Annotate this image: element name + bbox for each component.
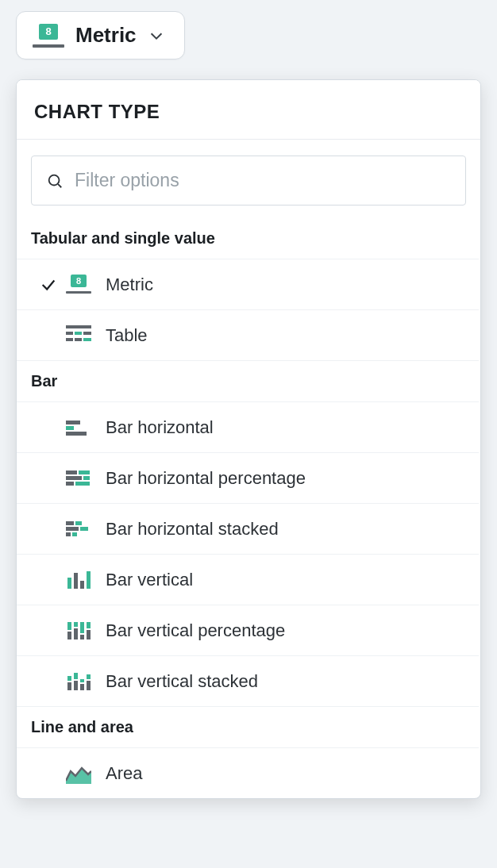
svg-rect-40 [80, 679, 84, 682]
bar-vertical-icon [66, 570, 106, 590]
option-area[interactable]: Area [17, 747, 479, 798]
bar-horizontal-percentage-icon [66, 468, 106, 489]
group-header-line-area: Line and area [17, 706, 479, 747]
svg-rect-39 [74, 681, 78, 690]
svg-rect-30 [74, 622, 78, 627]
option-label: Bar vertical stacked [106, 671, 258, 692]
svg-rect-21 [80, 527, 88, 531]
svg-rect-37 [67, 682, 71, 690]
svg-rect-17 [75, 482, 90, 486]
svg-rect-32 [80, 622, 84, 633]
option-label: Table [106, 325, 148, 346]
option-label: Area [106, 763, 142, 784]
svg-rect-33 [80, 635, 84, 639]
svg-rect-15 [83, 476, 90, 480]
metric-icon: 8 [66, 275, 106, 295]
svg-rect-13 [79, 470, 90, 474]
svg-rect-27 [87, 571, 91, 589]
filter-options-field[interactable] [31, 156, 466, 205]
option-bar-horizontal-stacked[interactable]: Bar horizontal stacked [17, 503, 479, 554]
svg-rect-43 [87, 681, 91, 690]
svg-rect-4 [75, 332, 82, 335]
svg-rect-22 [66, 532, 71, 536]
option-table[interactable]: Table [17, 309, 479, 360]
table-icon [66, 325, 106, 346]
bar-vertical-percentage-icon [66, 620, 106, 641]
bar-horizontal-icon [66, 417, 106, 438]
option-label: Bar horizontal stacked [106, 519, 279, 540]
svg-rect-41 [80, 684, 84, 690]
svg-rect-16 [66, 482, 74, 486]
group-header-bar: Bar [17, 360, 479, 401]
svg-rect-11 [66, 432, 87, 436]
filter-options-input[interactable] [73, 169, 451, 192]
svg-rect-36 [67, 676, 71, 681]
svg-line-1 [58, 184, 61, 187]
svg-rect-28 [67, 622, 71, 630]
svg-rect-29 [67, 632, 71, 639]
search-icon [46, 172, 64, 190]
check-icon [40, 276, 57, 294]
option-bar-vertical-percentage[interactable]: Bar vertical percentage [17, 605, 479, 655]
svg-rect-20 [66, 527, 79, 531]
svg-rect-6 [66, 338, 73, 341]
metric-icon: 8 [33, 24, 64, 48]
bar-horizontal-stacked-icon [66, 519, 106, 540]
svg-rect-9 [66, 421, 80, 424]
svg-rect-14 [66, 476, 82, 480]
svg-rect-35 [87, 630, 91, 639]
svg-rect-8 [83, 338, 91, 341]
option-bar-vertical-stacked[interactable]: Bar vertical stacked [17, 655, 479, 706]
svg-rect-26 [80, 581, 84, 589]
svg-rect-24 [67, 578, 71, 589]
option-label: Bar horizontal [106, 417, 214, 438]
svg-rect-31 [74, 628, 78, 639]
area-icon [66, 763, 106, 784]
option-label: Bar vertical percentage [106, 620, 285, 641]
option-bar-horizontal-percentage[interactable]: Bar horizontal percentage [17, 452, 479, 503]
option-bar-vertical[interactable]: Bar vertical [17, 554, 479, 605]
svg-rect-7 [75, 338, 82, 341]
chevron-down-icon [148, 27, 165, 44]
chart-type-dropdown-trigger[interactable]: 8 Metric [16, 11, 185, 60]
options-scroll[interactable]: Tabular and single value 8 Metric [17, 218, 480, 798]
option-bar-horizontal[interactable]: Bar horizontal [17, 401, 479, 452]
svg-rect-2 [66, 325, 91, 328]
dropdown-title: CHART TYPE [17, 80, 480, 140]
svg-rect-5 [83, 332, 91, 335]
option-metric[interactable]: 8 Metric [17, 259, 479, 309]
svg-rect-34 [87, 622, 91, 628]
svg-rect-18 [66, 521, 74, 525]
svg-point-0 [49, 175, 60, 185]
svg-rect-10 [66, 426, 74, 430]
bar-vertical-stacked-icon [66, 671, 106, 692]
option-label: Bar horizontal percentage [106, 468, 306, 489]
svg-rect-25 [74, 573, 78, 589]
svg-rect-3 [66, 332, 73, 335]
svg-rect-42 [87, 674, 91, 679]
chart-type-selected-label: Metric [75, 23, 137, 48]
option-label: Bar vertical [106, 570, 193, 590]
chart-type-dropdown: CHART TYPE Tabular and single value 8 [16, 79, 481, 799]
svg-rect-19 [75, 521, 82, 525]
svg-rect-23 [72, 532, 77, 536]
svg-rect-12 [66, 470, 77, 474]
option-label: Metric [106, 275, 153, 295]
svg-rect-38 [74, 673, 78, 679]
group-header-tabular: Tabular and single value [17, 218, 479, 259]
